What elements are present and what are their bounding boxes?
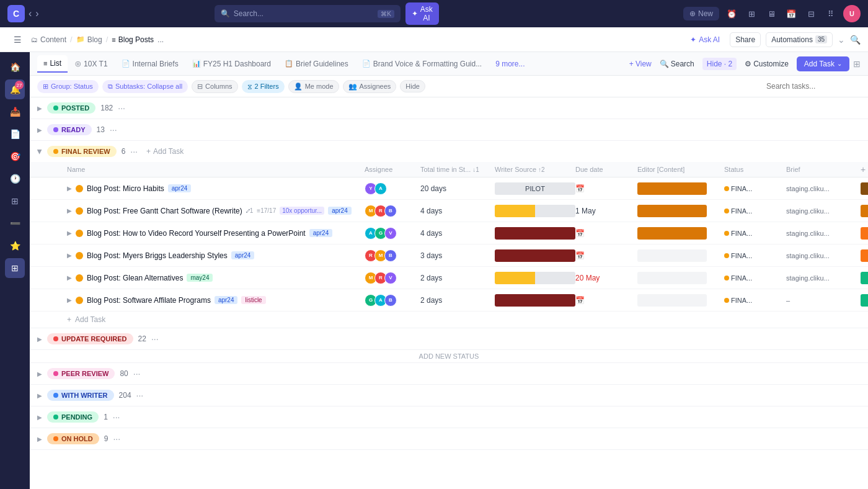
posted-dots-menu[interactable]: ··· bbox=[118, 103, 125, 113]
chevron-down-icon[interactable]: ⌄ bbox=[838, 35, 845, 45]
task-row[interactable]: ▶ Blog Post: Myers Briggs Leadership Sty… bbox=[30, 244, 868, 267]
hide-button[interactable]: Hide · 2 bbox=[702, 58, 737, 70]
col-writer-header[interactable]: Writer Source ↑2 bbox=[495, 166, 575, 173]
task-row[interactable]: ▶ Blog Post: How to Video Record Yoursel… bbox=[30, 222, 868, 244]
assignee-avatar: A bbox=[374, 182, 387, 195]
tab-guidelines[interactable]: 📋 Brief Guidelines bbox=[278, 56, 355, 72]
notifications-badge: 27 bbox=[15, 81, 24, 89]
status-cell: FINA... bbox=[724, 230, 786, 237]
row-expand-icon[interactable]: ▶ bbox=[67, 252, 72, 259]
status-header-posted[interactable]: ▶ POSTED 182 ··· bbox=[30, 97, 868, 119]
add-new-status[interactable]: ADD NEW STATUS bbox=[30, 350, 868, 363]
new-button[interactable]: ⊕ New bbox=[683, 7, 719, 20]
status-header-pending[interactable]: ▶ PENDING 1 ··· bbox=[30, 406, 868, 428]
sidebar-time[interactable]: 🕐 bbox=[5, 169, 25, 189]
add-task-row-final[interactable]: + Add Task bbox=[30, 312, 868, 328]
task-row[interactable]: ▶ Blog Post: Software Affilate Programs … bbox=[30, 289, 868, 312]
user-avatar[interactable]: U bbox=[843, 5, 861, 22]
active-filters[interactable]: ⧖ 2 Filters bbox=[242, 80, 285, 93]
apps-icon[interactable]: ⠿ bbox=[823, 6, 838, 21]
search-button[interactable]: 🔍 Search bbox=[655, 58, 699, 70]
search-breadcrumb-icon[interactable]: 🔍 bbox=[850, 35, 861, 45]
sidebar-toggle[interactable]: ☰ bbox=[7, 35, 27, 45]
update-required-dots-menu[interactable]: ··· bbox=[151, 334, 159, 344]
row-expand-icon[interactable]: ▶ bbox=[67, 274, 72, 281]
sidebar-star[interactable]: ⭐ bbox=[5, 236, 25, 256]
automations-button[interactable]: Automations 35 bbox=[766, 32, 833, 47]
row-expand-icon[interactable]: ▶ bbox=[67, 230, 72, 236]
customize-button[interactable]: ⚙ Customize bbox=[740, 58, 793, 70]
group-status-filter[interactable]: ⊞ Group: Status bbox=[37, 80, 99, 93]
calendar-icon[interactable]: 📅 bbox=[784, 6, 799, 21]
tab-list[interactable]: ≡ List bbox=[37, 55, 68, 73]
row-expand-icon[interactable]: ▶ bbox=[67, 297, 72, 303]
pending-dots-menu[interactable]: ··· bbox=[113, 412, 120, 422]
tab-internal-briefs[interactable]: 📄 Internal Briefs bbox=[115, 56, 185, 72]
assignee-cell: A G V bbox=[365, 227, 420, 240]
me-mode-filter[interactable]: 👤 Me mode bbox=[288, 80, 339, 93]
sidebar-home[interactable]: 🏠 bbox=[5, 57, 25, 77]
tab-brand-voice[interactable]: 📄 Brand Voice & Formatting Guid... bbox=[356, 56, 488, 72]
ask-ai-inline-button[interactable]: ✦ Ask AI bbox=[685, 33, 725, 47]
share-button[interactable]: Share bbox=[730, 32, 761, 47]
sidebar-docs[interactable]: 📄 bbox=[5, 124, 25, 144]
status-header-peer-review[interactable]: ▶ PEER REVIEW 80 ··· bbox=[30, 363, 868, 384]
sidebar-apps[interactable]: ⊞ bbox=[5, 258, 25, 278]
logo-icon[interactable]: C bbox=[7, 5, 25, 22]
layout-icon[interactable]: ⊟ bbox=[804, 6, 818, 21]
sidebar-board[interactable]: ⊞ bbox=[5, 191, 25, 211]
row-expand-icon[interactable]: ▶ bbox=[67, 185, 72, 192]
status-header-ready[interactable]: ▶ READY 13 ··· bbox=[30, 119, 868, 140]
add-column-button[interactable]: + bbox=[861, 164, 866, 174]
tab-fy25[interactable]: 📊 FY25 H1 Dashboard bbox=[186, 56, 277, 72]
columns-filter[interactable]: ⊟ Columns bbox=[192, 80, 237, 93]
on-hold-dots-menu[interactable]: ··· bbox=[113, 434, 120, 444]
sidebar-notifications[interactable]: 🔔 27 bbox=[5, 79, 25, 99]
status-header-update-required[interactable]: ▶ UPDATE REQUIRED 22 ··· bbox=[30, 328, 868, 349]
task-row[interactable]: ▶ Blog Post: Glean Alternatives may24 M … bbox=[30, 267, 868, 289]
task-name-cell: ▶ Blog Post: Free Gantt Chart Software (… bbox=[67, 207, 365, 215]
ready-dots-menu[interactable]: ··· bbox=[110, 125, 117, 135]
monitor-icon[interactable]: 🖥 bbox=[764, 6, 779, 21]
sidebar-goals[interactable]: 🎯 bbox=[5, 146, 25, 166]
search-bar[interactable]: 🔍 Search... ⌘K bbox=[215, 5, 401, 22]
sidebar-inbox[interactable]: 📥 bbox=[5, 102, 25, 122]
breadcrumb-more[interactable]: ... bbox=[157, 35, 164, 44]
add-task-button[interactable]: Add Task ⌄ bbox=[797, 56, 849, 71]
search-tasks-input[interactable] bbox=[761, 79, 861, 93]
due-calendar-icon: 📅 bbox=[575, 296, 585, 305]
task-row[interactable]: ▶ Blog Post: Micro Habits apr24 Y A 20 d… bbox=[30, 177, 868, 200]
task-row[interactable]: ▶ Blog Post: Free Gantt Chart Software (… bbox=[30, 200, 868, 222]
status-text: FINA... bbox=[731, 297, 752, 304]
status-header-on-hold[interactable]: ▶ ON HOLD 9 ··· bbox=[30, 428, 868, 449]
hide-filter[interactable]: Hide bbox=[400, 80, 425, 92]
writer-bar-red bbox=[495, 294, 575, 307]
peer-review-dots-menu[interactable]: ··· bbox=[133, 369, 141, 379]
group-icon: ⊞ bbox=[43, 83, 48, 91]
col-time-header[interactable]: Total time in St... ↓1 bbox=[420, 166, 495, 173]
task-tag-apr: apr24 bbox=[231, 251, 255, 259]
tab-more[interactable]: 9 more... bbox=[489, 56, 531, 72]
row-expand-icon[interactable]: ▶ bbox=[67, 207, 72, 214]
add-view-button[interactable]: + View bbox=[629, 60, 652, 68]
status-header-final-review[interactable]: ▶ FINAL REVIEW 6 ··· + Add Task bbox=[30, 141, 868, 162]
with-writer-dots-menu[interactable]: ··· bbox=[136, 390, 144, 400]
ask-ai-button[interactable]: ✦ Ask AI bbox=[405, 2, 439, 25]
grid-icon[interactable]: ⊞ bbox=[744, 6, 759, 21]
tab-10x[interactable]: ◎ 10X T1 bbox=[69, 56, 113, 72]
back-icon[interactable]: ‹ bbox=[29, 8, 32, 19]
chevron-pending: ▶ bbox=[37, 414, 42, 421]
add-task-inline-final[interactable]: + Add Task bbox=[143, 146, 187, 157]
expand-icon[interactable]: ⊞ bbox=[853, 59, 861, 69]
sidebar-minus[interactable]: ➖ bbox=[5, 213, 25, 233]
status-dot-on-hold bbox=[53, 436, 58, 441]
breadcrumb-blog-posts[interactable]: ≡ Blog Posts bbox=[112, 35, 154, 44]
notifications-icon[interactable]: ⏰ bbox=[724, 6, 739, 21]
breadcrumb-blog[interactable]: 📁 Blog bbox=[76, 35, 102, 44]
assignees-filter[interactable]: 👥 Assignees bbox=[343, 80, 397, 93]
forward-icon[interactable]: › bbox=[35, 8, 38, 19]
breadcrumb-content[interactable]: 🗂 Content bbox=[31, 35, 66, 44]
status-header-with-writer[interactable]: ▶ WITH WRITER 204 ··· bbox=[30, 385, 868, 406]
final-review-dots-menu[interactable]: ··· bbox=[130, 146, 138, 156]
subtasks-filter[interactable]: ⧉ Subtasks: Collapse all bbox=[102, 80, 188, 93]
